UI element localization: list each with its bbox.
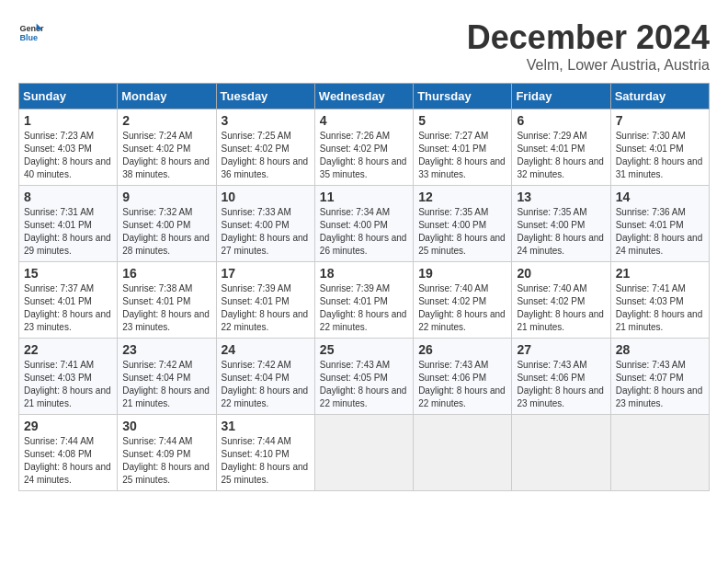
day-cell bbox=[314, 415, 413, 491]
day-info: Sunrise: 7:23 AMSunset: 4:03 PMDaylight:… bbox=[24, 131, 111, 179]
day-cell: 18Sunrise: 7:39 AMSunset: 4:01 PMDayligh… bbox=[314, 262, 413, 339]
day-header-friday: Friday bbox=[512, 84, 610, 109]
day-number: 8 bbox=[24, 190, 112, 204]
day-info: Sunrise: 7:39 AMSunset: 4:01 PMDaylight:… bbox=[222, 283, 309, 332]
title-area: December 2024 Velm, Lower Austria, Austr… bbox=[467, 18, 710, 74]
calendar-body: 1Sunrise: 7:23 AMSunset: 4:03 PMDaylight… bbox=[19, 109, 710, 491]
day-info: Sunrise: 7:41 AMSunset: 4:03 PMDaylight:… bbox=[24, 360, 111, 408]
calendar-table: SundayMondayTuesdayWednesdayThursdayFrid… bbox=[18, 83, 710, 491]
day-info: Sunrise: 7:43 AMSunset: 4:06 PMDaylight:… bbox=[517, 360, 604, 408]
header: General Blue December 2024 Velm, Lower A… bbox=[18, 18, 710, 74]
day-cell: 4Sunrise: 7:26 AMSunset: 4:02 PMDaylight… bbox=[314, 109, 413, 186]
day-cell: 12Sunrise: 7:35 AMSunset: 4:00 PMDayligh… bbox=[414, 186, 512, 262]
day-number: 15 bbox=[24, 266, 112, 281]
day-number: 13 bbox=[517, 190, 605, 204]
day-info: Sunrise: 7:44 AMSunset: 4:08 PMDaylight:… bbox=[24, 436, 111, 485]
day-number: 12 bbox=[418, 190, 506, 204]
day-info: Sunrise: 7:43 AMSunset: 4:07 PMDaylight:… bbox=[616, 360, 703, 408]
day-header-sunday: Sunday bbox=[19, 84, 118, 109]
day-cell: 16Sunrise: 7:38 AMSunset: 4:01 PMDayligh… bbox=[118, 262, 216, 339]
day-cell: 8Sunrise: 7:31 AMSunset: 4:01 PMDaylight… bbox=[19, 186, 118, 262]
day-header-wednesday: Wednesday bbox=[314, 84, 413, 109]
day-info: Sunrise: 7:31 AMSunset: 4:01 PMDaylight:… bbox=[24, 207, 111, 256]
day-cell: 31Sunrise: 7:44 AMSunset: 4:10 PMDayligh… bbox=[216, 415, 314, 491]
day-info: Sunrise: 7:40 AMSunset: 4:02 PMDaylight:… bbox=[418, 283, 506, 332]
day-cell: 14Sunrise: 7:36 AMSunset: 4:01 PMDayligh… bbox=[610, 186, 709, 262]
day-number: 2 bbox=[122, 113, 210, 128]
day-info: Sunrise: 7:32 AMSunset: 4:00 PMDaylight:… bbox=[122, 207, 210, 256]
day-cell: 17Sunrise: 7:39 AMSunset: 4:01 PMDayligh… bbox=[216, 262, 314, 339]
day-number: 30 bbox=[122, 419, 210, 433]
day-cell: 28Sunrise: 7:43 AMSunset: 4:07 PMDayligh… bbox=[610, 339, 709, 415]
day-number: 5 bbox=[418, 113, 506, 128]
week-row-0: 1Sunrise: 7:23 AMSunset: 4:03 PMDaylight… bbox=[19, 109, 710, 186]
day-number: 23 bbox=[122, 342, 210, 357]
day-cell: 27Sunrise: 7:43 AMSunset: 4:06 PMDayligh… bbox=[512, 339, 610, 415]
day-number: 3 bbox=[222, 113, 310, 128]
location-title: Velm, Lower Austria, Austria bbox=[467, 57, 710, 74]
day-cell: 11Sunrise: 7:34 AMSunset: 4:00 PMDayligh… bbox=[314, 186, 413, 262]
day-number: 29 bbox=[24, 419, 112, 433]
day-info: Sunrise: 7:24 AMSunset: 4:02 PMDaylight:… bbox=[122, 131, 210, 179]
day-cell bbox=[610, 415, 709, 491]
day-cell: 1Sunrise: 7:23 AMSunset: 4:03 PMDaylight… bbox=[19, 109, 118, 186]
day-info: Sunrise: 7:42 AMSunset: 4:04 PMDaylight:… bbox=[222, 360, 309, 408]
day-number: 17 bbox=[222, 266, 310, 281]
day-cell: 7Sunrise: 7:30 AMSunset: 4:01 PMDaylight… bbox=[610, 109, 709, 186]
day-info: Sunrise: 7:38 AMSunset: 4:01 PMDaylight:… bbox=[122, 283, 210, 332]
day-cell: 3Sunrise: 7:25 AMSunset: 4:02 PMDaylight… bbox=[216, 109, 314, 186]
day-cell: 25Sunrise: 7:43 AMSunset: 4:05 PMDayligh… bbox=[314, 339, 413, 415]
day-cell: 5Sunrise: 7:27 AMSunset: 4:01 PMDaylight… bbox=[414, 109, 512, 186]
day-info: Sunrise: 7:44 AMSunset: 4:10 PMDaylight:… bbox=[222, 436, 309, 485]
month-title: December 2024 bbox=[467, 18, 710, 57]
day-header-thursday: Thursday bbox=[414, 84, 512, 109]
day-number: 11 bbox=[320, 190, 408, 204]
day-number: 24 bbox=[222, 342, 310, 357]
day-info: Sunrise: 7:27 AMSunset: 4:01 PMDaylight:… bbox=[418, 131, 506, 179]
day-info: Sunrise: 7:33 AMSunset: 4:00 PMDaylight:… bbox=[222, 207, 309, 256]
day-header-tuesday: Tuesday bbox=[216, 84, 314, 109]
day-number: 25 bbox=[320, 342, 408, 357]
day-number: 9 bbox=[122, 190, 210, 204]
week-row-3: 22Sunrise: 7:41 AMSunset: 4:03 PMDayligh… bbox=[19, 339, 710, 415]
week-row-1: 8Sunrise: 7:31 AMSunset: 4:01 PMDaylight… bbox=[19, 186, 710, 262]
day-info: Sunrise: 7:30 AMSunset: 4:01 PMDaylight:… bbox=[616, 131, 703, 179]
day-cell: 29Sunrise: 7:44 AMSunset: 4:08 PMDayligh… bbox=[19, 415, 118, 491]
day-cell: 19Sunrise: 7:40 AMSunset: 4:02 PMDayligh… bbox=[414, 262, 512, 339]
day-cell: 24Sunrise: 7:42 AMSunset: 4:04 PMDayligh… bbox=[216, 339, 314, 415]
day-number: 22 bbox=[24, 342, 112, 357]
day-info: Sunrise: 7:43 AMSunset: 4:05 PMDaylight:… bbox=[320, 360, 407, 408]
day-cell: 22Sunrise: 7:41 AMSunset: 4:03 PMDayligh… bbox=[19, 339, 118, 415]
day-number: 27 bbox=[517, 342, 605, 357]
day-number: 14 bbox=[616, 190, 704, 204]
day-number: 6 bbox=[517, 113, 605, 128]
day-info: Sunrise: 7:41 AMSunset: 4:03 PMDaylight:… bbox=[616, 283, 703, 332]
day-number: 7 bbox=[616, 113, 704, 128]
day-number: 16 bbox=[122, 266, 210, 281]
day-number: 21 bbox=[616, 266, 704, 281]
day-cell: 21Sunrise: 7:41 AMSunset: 4:03 PMDayligh… bbox=[610, 262, 709, 339]
day-cell: 23Sunrise: 7:42 AMSunset: 4:04 PMDayligh… bbox=[118, 339, 216, 415]
day-cell: 9Sunrise: 7:32 AMSunset: 4:00 PMDaylight… bbox=[118, 186, 216, 262]
day-number: 20 bbox=[517, 266, 605, 281]
day-info: Sunrise: 7:44 AMSunset: 4:09 PMDaylight:… bbox=[122, 436, 210, 485]
day-number: 26 bbox=[418, 342, 506, 357]
day-info: Sunrise: 7:36 AMSunset: 4:01 PMDaylight:… bbox=[616, 207, 703, 256]
day-header-monday: Monday bbox=[118, 84, 216, 109]
day-cell: 2Sunrise: 7:24 AMSunset: 4:02 PMDaylight… bbox=[118, 109, 216, 186]
day-info: Sunrise: 7:37 AMSunset: 4:01 PMDaylight:… bbox=[24, 283, 111, 332]
calendar-header-row: SundayMondayTuesdayWednesdayThursdayFrid… bbox=[19, 84, 710, 109]
day-info: Sunrise: 7:42 AMSunset: 4:04 PMDaylight:… bbox=[122, 360, 210, 408]
day-number: 28 bbox=[616, 342, 704, 357]
svg-text:Blue: Blue bbox=[19, 33, 38, 42]
day-cell: 6Sunrise: 7:29 AMSunset: 4:01 PMDaylight… bbox=[512, 109, 610, 186]
day-cell: 26Sunrise: 7:43 AMSunset: 4:06 PMDayligh… bbox=[414, 339, 512, 415]
day-info: Sunrise: 7:43 AMSunset: 4:06 PMDaylight:… bbox=[418, 360, 506, 408]
week-row-2: 15Sunrise: 7:37 AMSunset: 4:01 PMDayligh… bbox=[19, 262, 710, 339]
day-cell bbox=[512, 415, 610, 491]
day-number: 10 bbox=[222, 190, 310, 204]
day-info: Sunrise: 7:39 AMSunset: 4:01 PMDaylight:… bbox=[320, 283, 407, 332]
day-cell bbox=[414, 415, 512, 491]
day-number: 19 bbox=[418, 266, 506, 281]
day-header-saturday: Saturday bbox=[610, 84, 709, 109]
